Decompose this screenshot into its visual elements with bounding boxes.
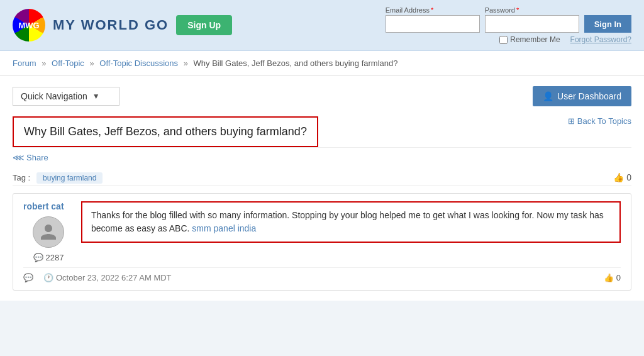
breadcrumb-off-topic[interactable]: Off-Topic (52, 58, 84, 68)
chevron-down-icon: ▼ (92, 92, 100, 101)
header-right: Email Address* Password* Sign In Remembe… (386, 6, 631, 44)
topic-like-number: 0 (626, 172, 631, 182)
email-label: Email Address* (386, 6, 480, 14)
back-to-topics-link[interactable]: ⊞ Back To Topics (568, 116, 631, 126)
user-dashboard-button[interactable]: 👤 User Dashboard (533, 86, 631, 106)
post-content-box: Thanks for the blog filled with so many … (81, 201, 621, 243)
toolbar: Quick Navigation ▼ 👤 User Dashboard (13, 86, 631, 106)
site-title: MY WORLD GO (53, 17, 169, 33)
topic-title-box: Why Bill Gates, Jeff Bezos, and others b… (13, 116, 318, 147)
tag-area: Tag : buying farmland (13, 172, 103, 182)
breadcrumb-forum[interactable]: Forum (13, 58, 36, 68)
breadcrumb-sep-1: » (42, 58, 46, 68)
breadcrumb-current: Why Bill Gates, Jeff Bezos, and others b… (194, 58, 398, 68)
quick-nav-label: Quick Navigation (21, 91, 87, 101)
forgot-password-link[interactable]: Forgot Password? (570, 35, 631, 44)
back-icon: ⊞ (568, 116, 575, 126)
breadcrumb-sep-3: » (184, 58, 188, 68)
post-footer-left: 💬 🕐 October 23, 2022 6:27 AM MDT (23, 273, 172, 282)
back-to-topics-label: Back To Topics (577, 116, 631, 126)
reply-icon: 💬 (23, 273, 33, 282)
tag-link[interactable]: buying farmland (36, 172, 103, 184)
signup-button[interactable]: Sign Up (176, 15, 232, 35)
share-icon: ⋘ (13, 153, 24, 162)
post-messages: 💬 2287 (33, 253, 64, 262)
remember-me-checkbox[interactable] (499, 36, 508, 44)
messages-count: 2287 (46, 253, 64, 262)
password-field-group: Password* (485, 6, 579, 33)
share-row: ⋘ Share (13, 147, 631, 167)
post-text: Thanks for the blog filled with so many … (91, 210, 604, 233)
post-date-text: October 23, 2022 6:27 AM MDT (56, 273, 172, 282)
share-button[interactable]: ⋘ Share (13, 153, 48, 162)
signin-button[interactable]: Sign In (584, 15, 631, 33)
post-avatar-area: robert cat 💬 2287 (23, 201, 74, 262)
avatar (33, 216, 64, 248)
dashboard-icon: 👤 (543, 91, 553, 101)
tag-row: Tag : buying farmland 👍 0 (13, 167, 631, 186)
post-author[interactable]: robert cat (23, 201, 74, 211)
topic-title: Why Bill Gates, Jeff Bezos, and others b… (24, 125, 307, 138)
topic-like-count: 👍 0 (613, 172, 631, 182)
auth-inputs: Email Address* Password* Sign In (386, 6, 631, 33)
email-field-group: Email Address* (386, 6, 480, 33)
auth-options: Remember Me Forgot Password? (499, 35, 631, 44)
password-input[interactable] (485, 15, 579, 33)
topic-header-row: Why Bill Gates, Jeff Bezos, and others b… (13, 116, 631, 147)
password-label: Password* (485, 6, 579, 14)
email-input[interactable] (386, 15, 480, 33)
post-thumbs-up-icon: 👍 (604, 273, 614, 282)
user-avatar-icon (39, 223, 58, 242)
tag-label: Tag : (13, 173, 30, 182)
header-left: MWG MY WORLD GO Sign Up (13, 9, 232, 42)
remember-me-label[interactable]: Remember Me (499, 35, 560, 44)
post-like-count: 👍 0 (604, 273, 621, 282)
post-header: robert cat 💬 2287 Thanks for the blog fi… (23, 201, 621, 262)
post-footer: 💬 🕐 October 23, 2022 6:27 AM MDT 👍 0 (23, 267, 621, 282)
thumbs-up-icon: 👍 (613, 172, 624, 182)
post-link[interactable]: smm panel india (192, 223, 256, 233)
post-like-number: 0 (616, 273, 621, 282)
site-logo: MWG (13, 9, 45, 42)
post-date: 🕐 October 23, 2022 6:27 AM MDT (43, 273, 172, 282)
post-card: robert cat 💬 2287 Thanks for the blog fi… (13, 193, 631, 291)
breadcrumb: Forum » Off-Topic » Off-Topic Discussion… (0, 51, 644, 76)
user-dashboard-label: User Dashboard (557, 91, 621, 101)
breadcrumb-off-topic-discussions[interactable]: Off-Topic Discussions (99, 58, 178, 68)
clock-icon: 🕐 (43, 273, 53, 282)
main-content: Quick Navigation ▼ 👤 User Dashboard Why … (0, 76, 644, 301)
site-header: MWG MY WORLD GO Sign Up Email Address* P… (0, 0, 644, 51)
breadcrumb-sep-2: » (89, 58, 94, 68)
quick-nav-dropdown[interactable]: Quick Navigation ▼ (13, 87, 119, 106)
share-label: Share (26, 153, 48, 162)
messages-icon: 💬 (33, 253, 43, 262)
